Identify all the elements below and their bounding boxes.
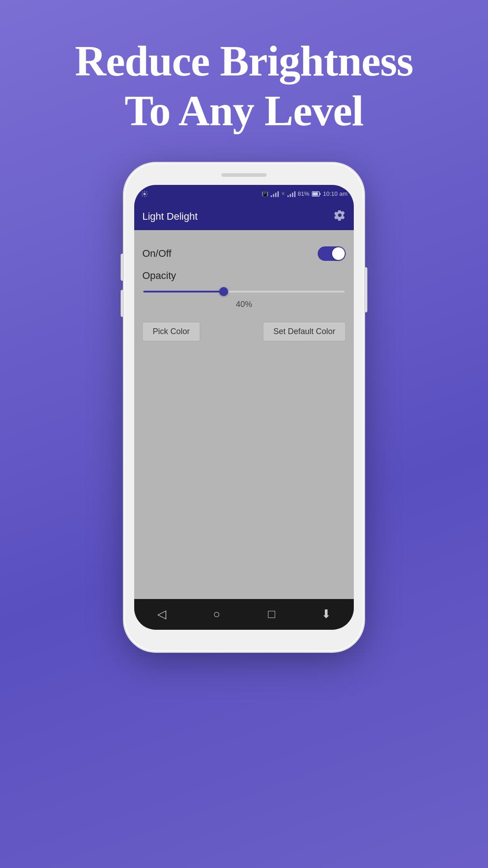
status-bar-left [141, 190, 149, 198]
phone-mockup: 📳 ✕ 81% [124, 163, 364, 651]
opacity-value: 40% [142, 300, 346, 309]
svg-line-5 [142, 192, 143, 192]
onoff-toggle[interactable] [318, 246, 346, 261]
app-title: Light Delight [142, 211, 197, 222]
toggle-knob [332, 247, 345, 260]
phone-shell: 📳 ✕ 81% [124, 163, 364, 651]
volume-up-button [121, 254, 124, 281]
opacity-row: Opacity 40% [142, 265, 346, 311]
status-bar: 📳 ✕ 81% [134, 185, 354, 203]
home-nav-icon[interactable]: ○ [205, 603, 228, 626]
slider-fill [143, 291, 224, 292]
set-default-color-button[interactable]: Set Default Color [263, 322, 346, 341]
signal-bars-1 [271, 191, 279, 197]
slider-track[interactable] [143, 291, 345, 292]
volume-down-button [121, 290, 124, 317]
settings-icon[interactable] [334, 209, 346, 224]
svg-line-7 [142, 196, 143, 196]
svg-line-8 [146, 192, 147, 192]
battery-percent: 81% [298, 190, 310, 197]
svg-rect-11 [312, 192, 318, 195]
app-content: On/Off Opacity 40% [134, 230, 354, 599]
svg-line-6 [146, 196, 147, 196]
battery-icon [312, 191, 321, 197]
signal-bars-2 [287, 191, 296, 197]
slider-thumb[interactable] [219, 287, 228, 296]
back-nav-icon[interactable]: ◁ [150, 603, 173, 626]
svg-rect-10 [319, 193, 320, 195]
download-nav-icon[interactable]: ⬇ [315, 603, 338, 626]
headline: Reduce Brightness To Any Level [48, 36, 440, 136]
brightness-status-icon [141, 190, 149, 198]
vibrate-icon: 📳 [262, 191, 268, 197]
headline-line2: To Any Level [125, 86, 364, 135]
opacity-label: Opacity [142, 270, 346, 282]
onoff-row: On/Off [142, 239, 346, 265]
status-time: 10:10 am [323, 190, 347, 197]
x-icon: ✕ [281, 191, 285, 197]
app-bar: Light Delight [134, 203, 354, 230]
phone-speaker [221, 173, 267, 177]
svg-point-0 [143, 193, 145, 195]
recents-nav-icon[interactable]: □ [260, 603, 283, 626]
nav-bar: ◁ ○ □ ⬇ [134, 599, 354, 630]
headline-line1: Reduce Brightness [75, 37, 413, 85]
buttons-row: Pick Color Set Default Color [142, 322, 346, 341]
status-bar-right: 📳 ✕ 81% [262, 190, 347, 197]
pick-color-button[interactable]: Pick Color [142, 322, 200, 341]
opacity-slider-container [143, 287, 345, 296]
onoff-label: On/Off [142, 248, 171, 259]
phone-screen: 📳 ✕ 81% [134, 185, 354, 630]
power-button [364, 267, 367, 312]
